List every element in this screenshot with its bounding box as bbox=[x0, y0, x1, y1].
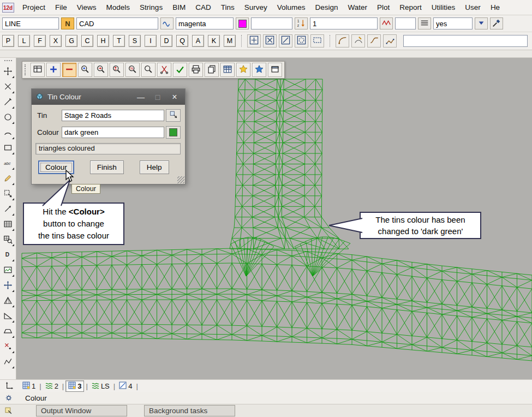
menu-he[interactable]: He bbox=[486, 1, 505, 14]
background-tasks-panel[interactable]: Background tasks bbox=[144, 405, 235, 416]
zoom-out-button[interactable] bbox=[62, 63, 76, 77]
copy-button[interactable] bbox=[205, 63, 219, 77]
sort-button[interactable]: 1z bbox=[295, 17, 308, 29]
view-tab-ls[interactable]: LS bbox=[89, 381, 112, 391]
output-window-panel[interactable]: Output Window bbox=[36, 405, 127, 416]
tinable-input[interactable] bbox=[433, 17, 473, 29]
menu-design[interactable]: Design bbox=[310, 1, 343, 14]
draw-line-tool[interactable] bbox=[1, 95, 15, 110]
zoom-in-button[interactable] bbox=[46, 63, 61, 77]
print-button[interactable] bbox=[189, 63, 203, 77]
menu-user[interactable]: User bbox=[460, 1, 486, 14]
tin-input[interactable] bbox=[62, 110, 164, 121]
cad-letter-c[interactable]: C bbox=[81, 35, 93, 47]
menu-views[interactable]: Views bbox=[72, 1, 101, 14]
colour-picker-button[interactable] bbox=[166, 126, 181, 139]
move-tool[interactable] bbox=[1, 278, 15, 293]
rectangle-tool[interactable] bbox=[1, 141, 15, 156]
status-icon[interactable] bbox=[2, 394, 16, 402]
eyedropper-button[interactable] bbox=[490, 17, 503, 29]
accept-button[interactable] bbox=[173, 63, 187, 77]
menu-tins[interactable]: Tins bbox=[216, 1, 240, 14]
cad-letter-d[interactable]: D bbox=[160, 35, 172, 47]
menu-models[interactable]: Models bbox=[101, 1, 135, 14]
view-tab-2[interactable]: 2 bbox=[43, 381, 61, 391]
menu-file[interactable]: File bbox=[50, 1, 72, 14]
annotate-tool[interactable] bbox=[1, 171, 15, 186]
mag-plusminus-button[interactable] bbox=[110, 63, 124, 77]
cad-letter-m[interactable]: M bbox=[224, 35, 236, 47]
snap-grid-button[interactable] bbox=[247, 34, 261, 47]
cad-letter-l[interactable]: L bbox=[18, 35, 30, 47]
model-wave-icon[interactable] bbox=[160, 17, 174, 29]
toolbar-grip[interactable] bbox=[25, 64, 27, 75]
grid-tool[interactable] bbox=[1, 217, 15, 232]
curve-smooth-button[interactable] bbox=[367, 34, 381, 47]
dock-icon[interactable] bbox=[2, 407, 16, 415]
colour-value-input[interactable] bbox=[62, 127, 164, 138]
slope-tool[interactable] bbox=[1, 309, 15, 324]
profile-button[interactable] bbox=[380, 17, 393, 29]
menu-utilities[interactable]: Utilities bbox=[427, 1, 461, 14]
cut-button[interactable] bbox=[157, 63, 171, 77]
name-toggle-button[interactable]: N bbox=[61, 17, 74, 29]
menu-cad[interactable]: CAD bbox=[190, 1, 216, 14]
toolbar-grip[interactable] bbox=[4, 60, 12, 63]
curve-arc-button[interactable] bbox=[336, 34, 349, 47]
cad-letter-g[interactable]: G bbox=[65, 35, 77, 47]
minimize-button[interactable]: — bbox=[134, 93, 147, 102]
circle-tool[interactable] bbox=[1, 110, 15, 125]
maximize-button[interactable]: □ bbox=[151, 93, 164, 102]
cad-letter-a[interactable]: A bbox=[192, 35, 204, 47]
text-tool[interactable]: abc bbox=[1, 156, 15, 171]
menu-plot[interactable]: Plot bbox=[372, 1, 394, 14]
view-tab-3[interactable]: 3 bbox=[65, 380, 84, 392]
snap-x-button[interactable] bbox=[263, 34, 277, 47]
cad-letter-i[interactable]: I bbox=[145, 35, 157, 47]
delete-point-tool[interactable] bbox=[1, 339, 15, 354]
lines-button[interactable] bbox=[418, 17, 431, 29]
view-tab-4[interactable]: 4 bbox=[117, 381, 134, 391]
snap-line-button[interactable] bbox=[279, 34, 292, 47]
cad-letter-q[interactable]: Q bbox=[176, 35, 188, 47]
traverse-tool[interactable] bbox=[1, 355, 15, 370]
template-tool[interactable] bbox=[1, 324, 15, 339]
dialog-title-bar[interactable]: Tin Colour — □ × bbox=[32, 89, 185, 105]
app-icon[interactable]: 12d bbox=[2, 2, 16, 13]
mag-percent-button[interactable]: % bbox=[125, 63, 140, 77]
colour-swatch-button[interactable] bbox=[236, 17, 249, 29]
curve-pencil-button[interactable] bbox=[351, 34, 365, 47]
snap-rect-button[interactable] bbox=[310, 34, 324, 47]
menu-water[interactable]: Water bbox=[343, 1, 373, 14]
mag-plus-button[interactable] bbox=[78, 63, 92, 77]
window-button[interactable] bbox=[268, 63, 282, 77]
cad-letter-p[interactable]: P bbox=[2, 35, 14, 47]
linestyle-input[interactable] bbox=[2, 17, 59, 29]
cad-command-input[interactable] bbox=[403, 35, 528, 47]
dialog-help-button[interactable]: Help bbox=[140, 160, 169, 174]
tin-picker-button[interactable] bbox=[166, 109, 181, 122]
raster-tool[interactable] bbox=[1, 263, 15, 278]
measure-tool[interactable] bbox=[1, 202, 15, 217]
blank-field-2[interactable] bbox=[395, 17, 416, 29]
delete-tool[interactable] bbox=[1, 80, 15, 94]
cad-letter-t[interactable]: T bbox=[113, 35, 125, 47]
cad-letter-k[interactable]: K bbox=[208, 35, 220, 47]
menu-bim[interactable]: BIM bbox=[168, 1, 190, 14]
colour-input[interactable] bbox=[176, 17, 234, 29]
translate-tool[interactable] bbox=[1, 64, 15, 79]
snap-circle-button[interactable] bbox=[295, 34, 308, 47]
menu-volumes[interactable]: Volumes bbox=[272, 1, 310, 14]
table-button[interactable] bbox=[220, 63, 235, 77]
mag-button[interactable] bbox=[141, 63, 156, 77]
plot-frame-button[interactable] bbox=[31, 63, 45, 77]
dialog-finish-button[interactable]: Finish bbox=[90, 160, 124, 174]
weight-input[interactable] bbox=[310, 17, 378, 29]
drape-tool[interactable]: D bbox=[1, 248, 15, 263]
menu-survey[interactable]: Survey bbox=[240, 1, 272, 14]
star-yellow-button[interactable] bbox=[236, 63, 250, 77]
menu-report[interactable]: Report bbox=[394, 1, 427, 14]
grid-view-tool[interactable] bbox=[1, 233, 15, 247]
mag-pan-button[interactable] bbox=[94, 63, 108, 77]
cad-letter-x[interactable]: X bbox=[50, 35, 62, 47]
